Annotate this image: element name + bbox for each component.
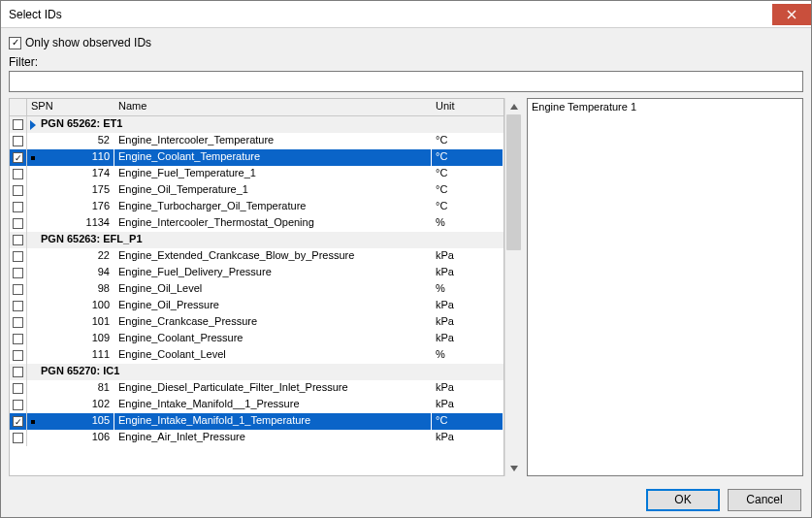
row-checkbox[interactable]: [13, 301, 23, 311]
current-row-icon: [30, 120, 36, 130]
left-pane: SPN Name Unit PGN 65262: ET152Engine_Int…: [9, 98, 521, 476]
row-checkbox[interactable]: [13, 218, 23, 229]
row-checkbox[interactable]: [13, 268, 23, 278]
row-checkbox-cell[interactable]: [10, 215, 27, 232]
col-spn[interactable]: SPN: [27, 99, 114, 115]
vertical-scrollbar[interactable]: [504, 98, 521, 476]
row-checkbox-cell[interactable]: [10, 314, 27, 331]
cell-name: Engine_Intercooler_Thermostat_Opening: [114, 215, 432, 232]
row-checkbox[interactable]: [13, 416, 23, 427]
cell-name: Engine_Oil_Temperature_1: [114, 182, 432, 199]
row-checkbox[interactable]: [13, 367, 23, 377]
scroll-down-icon[interactable]: [505, 460, 522, 476]
table-row[interactable]: 52Engine_Intercooler_Temperature°C: [10, 133, 503, 149]
main-area: SPN Name Unit PGN 65262: ET152Engine_Int…: [1, 98, 811, 482]
row-checkbox[interactable]: [13, 152, 23, 163]
only-observed-checkbox[interactable]: [9, 37, 21, 49]
cell-unit: kPa: [432, 430, 503, 446]
table-row[interactable]: 105Engine_Intake_Manifold_1_Temperature°…: [10, 413, 503, 430]
table-row[interactable]: 174Engine_Fuel_Temperature_1°C: [10, 166, 503, 182]
window-title: Select IDs: [9, 8, 62, 21]
scroll-up-icon[interactable]: [505, 98, 522, 114]
row-checkbox-cell[interactable]: [10, 281, 27, 298]
filter-input[interactable]: [9, 71, 803, 92]
row-checkbox-cell[interactable]: [10, 248, 27, 265]
table-row[interactable]: 100Engine_Oil_PressurekPa: [10, 298, 503, 314]
row-checkbox[interactable]: [13, 235, 23, 245]
table-row[interactable]: 81Engine_Diesel_Particulate_Filter_Inlet…: [10, 380, 503, 397]
row-indicator: [27, 116, 39, 133]
cell-spn: 174: [39, 166, 114, 182]
row-checkbox-cell[interactable]: [10, 182, 27, 199]
row-checkbox-cell[interactable]: [10, 298, 27, 314]
cell-name: Engine_Turbocharger_Oil_Temperature: [114, 199, 432, 215]
table-row[interactable]: 22Engine_Extended_Crankcase_Blow_by_Pres…: [10, 248, 503, 265]
close-button[interactable]: [772, 4, 811, 25]
group-row[interactable]: PGN 65262: ET1: [10, 116, 503, 133]
cell-spn: 105: [39, 413, 114, 430]
top-area: Only show observed IDs Filter:: [1, 28, 811, 98]
row-checkbox-cell[interactable]: [10, 331, 27, 347]
cell-name: Engine_Air_Inlet_Pressure: [114, 430, 432, 446]
row-checkbox-cell[interactable]: [10, 380, 27, 397]
row-indicator: [27, 199, 39, 215]
cell-name: Engine_Extended_Crankcase_Blow_by_Pressu…: [114, 248, 432, 265]
cell-spn: 98: [39, 281, 114, 298]
cell-name: Engine_Intake_Manifold_1_Temperature: [114, 413, 432, 430]
row-checkbox[interactable]: [13, 119, 23, 130]
row-checkbox-cell[interactable]: [10, 397, 27, 413]
only-observed-row[interactable]: Only show observed IDs: [9, 36, 803, 49]
filter-label: Filter:: [9, 55, 803, 69]
row-checkbox[interactable]: [13, 350, 23, 361]
table-row[interactable]: 101Engine_Crankcase_PressurekPa: [10, 314, 503, 331]
table-row[interactable]: 102Engine_Intake_Manifold__1_PressurekPa: [10, 397, 503, 413]
table-row[interactable]: 111Engine_Coolant_Level%: [10, 347, 503, 364]
row-checkbox[interactable]: [13, 169, 23, 179]
cell-unit: °C: [432, 182, 503, 199]
row-checkbox-cell[interactable]: [10, 430, 27, 446]
cell-unit: kPa: [432, 265, 503, 281]
row-checkbox[interactable]: [13, 383, 23, 394]
row-checkbox-cell[interactable]: [10, 116, 27, 133]
table-row[interactable]: 94Engine_Fuel_Delivery_PressurekPa: [10, 265, 503, 281]
table-row[interactable]: 175Engine_Oil_Temperature_1°C: [10, 182, 503, 199]
table-row[interactable]: 109Engine_Coolant_PressurekPa: [10, 331, 503, 347]
row-checkbox-cell[interactable]: [10, 347, 27, 364]
ok-button[interactable]: OK: [646, 489, 720, 511]
table-row[interactable]: 1134Engine_Intercooler_Thermostat_Openin…: [10, 215, 503, 232]
row-checkbox[interactable]: [13, 433, 23, 443]
cell-unit: %: [432, 281, 503, 298]
group-label: PGN 65263: EFL_P1: [39, 232, 503, 248]
table-row[interactable]: 110Engine_Coolant_Temperature°C: [10, 149, 503, 166]
row-checkbox-cell[interactable]: [10, 265, 27, 281]
row-indicator: [27, 347, 39, 364]
cell-name: Engine_Oil_Pressure: [114, 298, 432, 314]
row-checkbox-cell[interactable]: [10, 149, 27, 166]
row-checkbox[interactable]: [13, 185, 23, 196]
row-checkbox[interactable]: [13, 284, 23, 295]
cancel-button[interactable]: Cancel: [728, 489, 801, 511]
row-checkbox-cell[interactable]: [10, 364, 27, 380]
row-checkbox-cell[interactable]: [10, 133, 27, 149]
table-row[interactable]: 106Engine_Air_Inlet_PressurekPa: [10, 430, 503, 446]
row-indicator: [27, 133, 39, 149]
table-row[interactable]: 176Engine_Turbocharger_Oil_Temperature°C: [10, 199, 503, 215]
row-checkbox[interactable]: [13, 317, 23, 328]
row-checkbox-cell[interactable]: [10, 199, 27, 215]
row-checkbox-cell[interactable]: [10, 166, 27, 182]
scroll-thumb[interactable]: [506, 114, 521, 250]
row-checkbox[interactable]: [13, 334, 23, 344]
row-checkbox[interactable]: [13, 400, 23, 410]
row-indicator: [27, 430, 39, 446]
group-row[interactable]: PGN 65270: IC1: [10, 364, 503, 380]
col-unit[interactable]: Unit: [432, 99, 503, 115]
row-checkbox-cell[interactable]: [10, 413, 27, 430]
row-checkbox-cell[interactable]: [10, 232, 27, 248]
row-checkbox[interactable]: [13, 136, 23, 146]
col-name[interactable]: Name: [114, 99, 432, 115]
row-checkbox[interactable]: [13, 251, 23, 262]
group-row[interactable]: PGN 65263: EFL_P1: [10, 232, 503, 248]
row-checkbox[interactable]: [13, 202, 23, 212]
table-row[interactable]: 98Engine_Oil_Level%: [10, 281, 503, 298]
cell-unit: °C: [432, 413, 503, 430]
